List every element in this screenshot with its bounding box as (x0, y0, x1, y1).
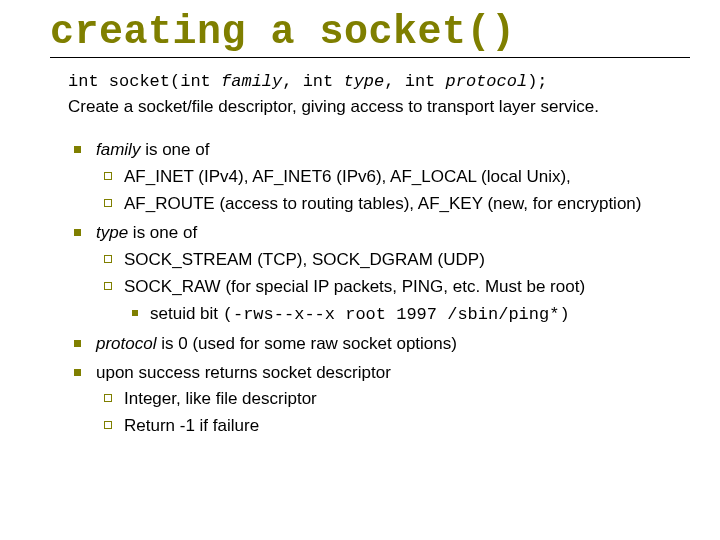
bullet-list: family is one of AF_INET (IPv4), AF_INET… (68, 139, 690, 438)
sig-pre: int socket(int (68, 72, 221, 91)
family-sub-1: AF_INET (IPv4), AF_INET6 (IPv6), AF_LOCA… (96, 166, 690, 189)
sig-param-protocol: protocol (446, 72, 528, 91)
bullet-protocol: protocol is 0 (used for some raw socket … (68, 333, 690, 356)
sig-mid2: , int (384, 72, 445, 91)
bullet-protocol-rest: is 0 (used for some raw socket options) (156, 334, 456, 353)
bullet-return: upon success returns socket descriptor I… (68, 362, 690, 439)
return-sub-1: Integer, like file descriptor (96, 388, 690, 411)
type-sub-2: SOCK_RAW (for special IP packets, PING, … (96, 276, 690, 327)
setuid-lead: setuid bit (150, 304, 223, 323)
bullet-family: family is one of AF_INET (IPv4), AF_INET… (68, 139, 690, 216)
slide-title: creating a socket() (50, 10, 690, 55)
family-sublist: AF_INET (IPv4), AF_INET6 (IPv6), AF_LOCA… (96, 166, 690, 216)
setuid-code: (-rws--x--x root 1997 /sbin/ping*) (223, 305, 570, 324)
slide: creating a socket() int socket(int famil… (0, 0, 720, 540)
sig-param-type: type (343, 72, 384, 91)
bullet-protocol-em: protocol (96, 334, 156, 353)
type-sub-2-sublist: setuid bit (-rws--x--x root 1997 /sbin/p… (124, 303, 690, 327)
bullet-type: type is one of SOCK_STREAM (TCP), SOCK_D… (68, 222, 690, 327)
type-sub-1: SOCK_STREAM (TCP), SOCK_DGRAM (UDP) (96, 249, 690, 272)
setuid-line: setuid bit (-rws--x--x root 1997 /sbin/p… (124, 303, 690, 327)
family-sub-2: AF_ROUTE (access to routing tables), AF_… (96, 193, 690, 216)
function-signature: int socket(int family, int type, int pro… (68, 72, 690, 91)
title-rule (50, 57, 690, 58)
sig-mid1: , int (282, 72, 343, 91)
function-description: Create a socket/file descriptor, giving … (68, 97, 690, 117)
sig-post: ); (527, 72, 547, 91)
type-sublist: SOCK_STREAM (TCP), SOCK_DGRAM (UDP) SOCK… (96, 249, 690, 327)
bullet-family-em: family (96, 140, 140, 159)
bullet-family-rest: is one of (140, 140, 209, 159)
bullet-return-text: upon success returns socket descriptor (96, 363, 391, 382)
sig-param-family: family (221, 72, 282, 91)
bullet-type-rest: is one of (128, 223, 197, 242)
bullet-type-em: type (96, 223, 128, 242)
return-sub-2: Return -1 if failure (96, 415, 690, 438)
return-sublist: Integer, like file descriptor Return -1 … (96, 388, 690, 438)
type-sub-2-text: SOCK_RAW (for special IP packets, PING, … (124, 277, 585, 296)
